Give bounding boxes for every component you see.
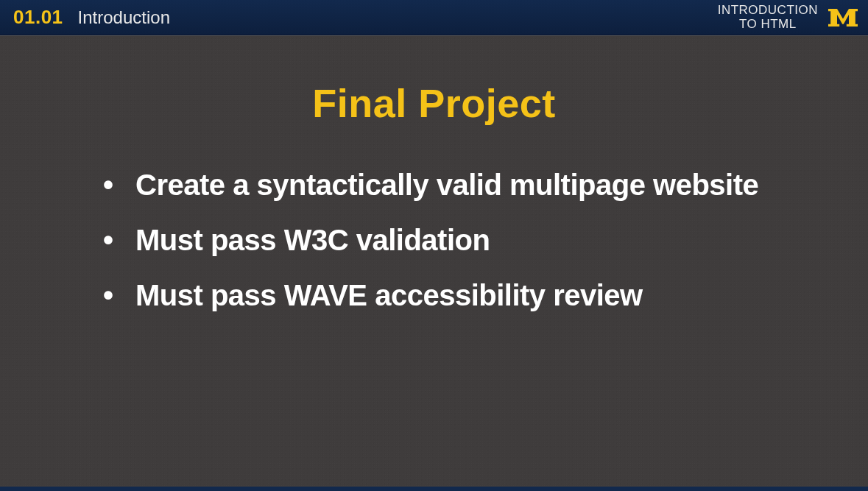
- list-item: Must pass WAVE accessibility review: [103, 277, 794, 314]
- lesson-title: Introduction: [78, 7, 170, 28]
- slide-content: Final Project Create a syntactically val…: [0, 35, 868, 491]
- michigan-logo-icon: [828, 6, 858, 29]
- footer-bar: [0, 487, 868, 491]
- course-title: INTRODUCTION TO HTML: [718, 4, 818, 31]
- list-item: Create a syntactically valid multipage w…: [103, 166, 794, 204]
- slide-header: 01.01 Introduction INTRODUCTION TO HTML: [0, 0, 868, 35]
- slide-title: Final Project: [74, 80, 794, 126]
- list-item: Must pass W3C validation: [103, 222, 794, 259]
- bullet-list: Create a syntactically valid multipage w…: [74, 166, 794, 315]
- lesson-number: 01.01: [13, 6, 63, 29]
